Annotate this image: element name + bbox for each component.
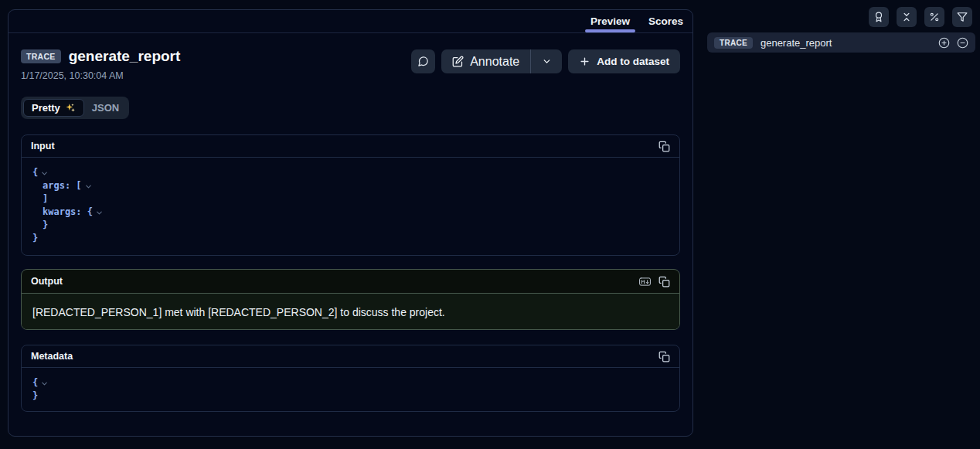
output-text: [REDACTED_PERSON_1] met with [REDACTED_P… [32, 306, 445, 318]
percent-icon [929, 12, 940, 22]
output-content: [REDACTED_PERSON_1] met with [REDACTED_P… [22, 294, 679, 330]
chevron-down-icon[interactable] [40, 379, 49, 388]
annotate-label: Annotate [470, 55, 519, 69]
filter-icon [957, 12, 968, 22]
json-line: } [32, 232, 669, 245]
trace-type-badge: TRACE [21, 49, 61, 63]
trace-timestamp: 1/17/2025, 10:30:04 AM [21, 70, 124, 81]
trace-actions: Annotate Add to dataset [411, 49, 680, 73]
toggle-pretty-label: Pretty [32, 102, 60, 114]
trace-title-row: TRACE generate_report [21, 48, 180, 65]
preview-tabbar: Preview Scores [9, 10, 692, 33]
json-line: { [32, 376, 669, 389]
view-mode-toggle: Pretty JSON [21, 97, 129, 119]
annotate-button[interactable]: Annotate [441, 49, 530, 73]
chevron-down-icon[interactable] [84, 182, 93, 191]
toggle-json-label: JSON [92, 102, 119, 114]
json-line: ] [32, 192, 669, 206]
metadata-section: Metadata {} [21, 345, 680, 412]
json-line: args: [ [32, 179, 669, 192]
input-section: Input {args: []kwargs: {}} [21, 134, 680, 256]
annotate-split-button: Annotate [441, 49, 562, 73]
output-header: Output [22, 270, 679, 294]
copy-icon[interactable] [658, 351, 670, 362]
comment-button[interactable] [411, 49, 435, 73]
award-icon [873, 12, 884, 22]
edit-pencil-icon [452, 56, 464, 67]
page-title: generate_report [69, 48, 181, 65]
sparkles-icon [65, 103, 76, 114]
chevron-down-icon [542, 56, 552, 66]
global-toolbar [869, 7, 972, 27]
chevron-down-icon[interactable] [95, 209, 104, 217]
metadata-header: Metadata [22, 345, 679, 368]
toggle-pretty[interactable]: Pretty [23, 99, 84, 117]
copy-icon[interactable] [658, 276, 670, 287]
annotate-dropdown-button[interactable] [531, 49, 562, 73]
json-line: } [32, 219, 669, 232]
input-json: {args: []kwargs: {}} [22, 158, 679, 253]
json-line: } [32, 389, 669, 403]
markdown-icon[interactable] [639, 276, 651, 287]
toggle-json[interactable]: JSON [84, 99, 127, 117]
add-to-dataset-label: Add to dataset [597, 56, 669, 67]
json-line: kwargs: { [32, 206, 669, 219]
circle-minus-icon[interactable] [957, 37, 968, 49]
collapse-vertical-icon [901, 12, 912, 22]
json-line: { [32, 166, 669, 179]
output-section: Output [REDACTED_PERSON_1] met with [RED… [21, 269, 680, 330]
input-header: Input [22, 135, 679, 158]
award-button[interactable] [869, 7, 889, 27]
tree-trace-badge: TRACE [714, 37, 753, 49]
trace-tree-row[interactable]: TRACE generate_report [707, 32, 975, 53]
trace-preview-panel: Preview Scores TRACE generate_report 1/1… [8, 9, 693, 437]
tab-scores[interactable]: Scores [648, 10, 683, 32]
filter-button[interactable] [952, 7, 972, 27]
metadata-json: {} [22, 368, 679, 411]
plus-icon [579, 56, 590, 67]
output-title: Output [31, 276, 63, 287]
message-circle-icon [417, 56, 429, 67]
input-title: Input [31, 141, 55, 151]
chevron-down-icon[interactable] [40, 169, 49, 178]
tree-trace-title: generate_report [761, 37, 832, 49]
metadata-title: Metadata [31, 351, 73, 362]
collapse-all-button[interactable] [897, 7, 917, 27]
circle-plus-icon[interactable] [938, 37, 950, 49]
scores-percent-button[interactable] [924, 7, 944, 27]
tab-preview[interactable]: Preview [590, 10, 630, 32]
add-to-dataset-button[interactable]: Add to dataset [568, 49, 680, 73]
copy-icon[interactable] [658, 141, 670, 152]
